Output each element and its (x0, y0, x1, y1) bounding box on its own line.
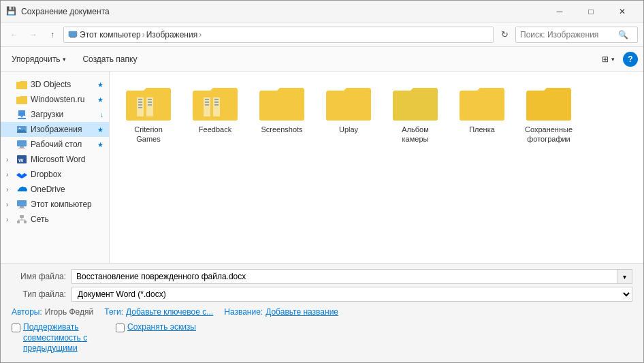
checkbox1[interactable] (12, 323, 20, 332)
folder-saved-photos[interactable]: Сохраненные фотографии (518, 80, 579, 148)
organize-button[interactable]: Упорядочить ▾ (6, 52, 71, 67)
folder-plenka-label: Пленка (469, 125, 495, 134)
checkbox1-label[interactable]: Поддерживать совместимость с предыдущими (23, 322, 105, 354)
folder-uplay[interactable]: Uplay (318, 80, 379, 148)
filetype-label: Тип файла: (12, 289, 66, 299)
search-input[interactable] (520, 30, 615, 40)
sidebar-item-network[interactable]: › Сеть (1, 212, 109, 227)
folder-feedback[interactable]: Feedback (184, 80, 246, 148)
folder-saved-photos-label: Сохраненные фотографии (522, 125, 575, 144)
file-grid: Criterion Games (118, 80, 635, 148)
svg-text:W: W (18, 157, 24, 163)
authors-meta: Авторы: Игорь Федяй (12, 307, 93, 317)
sidebar-label-downloads: Загрузки (31, 110, 63, 119)
view-chevron-icon: ▾ (611, 56, 615, 63)
tags-meta: Теги: Добавьте ключевое с... (104, 307, 213, 317)
svg-rect-27 (205, 101, 209, 103)
new-folder-button[interactable]: Создать папку (77, 52, 142, 67)
folder-screenshots-label: Screenshots (261, 125, 302, 134)
address-bar: ← → ↑ Этот компьютер › Изображения › ↻ 🔍 (1, 22, 643, 47)
search-box[interactable]: 🔍 (515, 27, 638, 43)
bottom-panel: Имя файла: ▾ Тип файла: Документ Word (*… (1, 263, 643, 362)
address-path[interactable]: Этот компьютер › Изображения › (63, 27, 494, 43)
filetype-select[interactable]: Документ Word (*.docx) (71, 287, 632, 302)
sidebar-item-dropbox[interactable]: › Dropbox (1, 167, 109, 182)
title-bar: 💾 Сохранение документа ─ □ ✕ (1, 1, 643, 22)
sidebar-item-images[interactable]: Изображения ★ (1, 122, 109, 137)
folder-album-label: Альбом камеры (389, 125, 442, 144)
path-computer: Этот компьютер (68, 30, 141, 40)
sidebar-item-desktop[interactable]: Рабочий стол ★ (1, 137, 109, 152)
folder-saved-photos-icon (525, 84, 573, 122)
up-button[interactable]: ↑ (44, 27, 61, 43)
folder-screenshots-icon (258, 84, 306, 122)
sidebar-item-onedrive[interactable]: › OneDrive (1, 182, 109, 197)
svg-rect-30 (214, 99, 219, 100)
svg-rect-2 (18, 118, 26, 119)
filetype-row: Тип файла: Документ Word (*.docx) (12, 287, 632, 302)
desktop-icon (16, 140, 28, 149)
window-icon: 💾 (6, 6, 17, 17)
checkbox2-label[interactable]: Сохранять эскизы (127, 322, 196, 333)
title-value[interactable]: Добавьте название (265, 307, 338, 317)
forward-button[interactable]: → (25, 27, 42, 43)
svg-rect-0 (69, 31, 77, 37)
sidebar-item-thispc[interactable]: › Этот компьютер (1, 197, 109, 212)
checkbox2-item: Сохранять эскизы (116, 322, 196, 333)
svg-rect-28 (205, 104, 209, 106)
help-button[interactable]: ? (623, 52, 638, 67)
view-button[interactable]: ⊞ ▾ (599, 53, 617, 65)
main-window: 💾 Сохранение документа ─ □ ✕ ← → ↑ Этот … (0, 0, 644, 363)
folder-plenka[interactable]: Пленка (451, 80, 513, 148)
title-label: Название: (224, 307, 263, 317)
filename-input[interactable] (71, 269, 617, 284)
expand-icon: › (6, 171, 14, 178)
sidebar-item-msword[interactable]: › W Microsoft Word (1, 152, 109, 167)
authors-label: Авторы: (12, 307, 42, 317)
checkbox2[interactable] (116, 323, 125, 332)
svg-rect-22 (148, 99, 152, 100)
filename-label: Имя файла: (12, 272, 66, 281)
refresh-button[interactable]: ↻ (496, 27, 513, 43)
svg-rect-32 (214, 104, 219, 106)
filename-row: Имя файла: ▾ (12, 269, 632, 284)
svg-rect-21 (146, 97, 153, 116)
back-button[interactable]: ← (6, 27, 22, 43)
sidebar-item-3dobjects[interactable]: 3D Objects ★ (1, 77, 109, 92)
sidebar-item-windowsten[interactable]: Windowsten.ru ★ (1, 92, 109, 107)
svg-rect-6 (20, 146, 24, 148)
folder-criterion-label: Criterion Games (122, 125, 175, 144)
pin-icon-downloads: ↓ (100, 111, 103, 119)
filename-dropdown-arrow[interactable]: ▾ (617, 269, 632, 284)
organize-label: Упорядочить (12, 54, 60, 64)
svg-rect-24 (148, 104, 152, 106)
file-area: Criterion Games (110, 72, 643, 263)
expand-icon: › (6, 201, 14, 208)
organize-chevron-icon: ▾ (63, 56, 66, 63)
pin-icon-windowsten: ★ (97, 96, 103, 104)
sidebar-item-downloads[interactable]: Загрузки ↓ (1, 107, 109, 122)
svg-rect-17 (138, 99, 142, 100)
folder-album[interactable]: Альбом камеры (385, 80, 446, 148)
folder-screenshots[interactable]: Screenshots (251, 80, 312, 148)
svg-rect-13 (20, 215, 24, 218)
sidebar-label-3dobjects: 3D Objects (31, 80, 71, 89)
maximize-button[interactable]: □ (575, 1, 607, 22)
toolbar: Упорядочить ▾ Создать папку ⊞ ▾ ? (1, 47, 643, 72)
folder-feedback-icon (191, 84, 239, 122)
authors-value: Игорь Федяй (45, 307, 93, 317)
expand-icon: › (6, 156, 14, 163)
svg-rect-31 (214, 101, 219, 103)
folder-criterion[interactable]: Criterion Games (118, 80, 179, 148)
pin-icon-3dobjects: ★ (97, 81, 103, 89)
computer-icon (16, 200, 28, 209)
checkbox1-item: Поддерживать совместимость с предыдущими (12, 322, 105, 354)
svg-rect-7 (18, 148, 25, 148)
dropbox-icon (16, 170, 28, 179)
sidebar-label-images: Изображения (31, 125, 82, 134)
minimize-button[interactable]: ─ (544, 1, 575, 22)
svg-rect-5 (17, 140, 27, 146)
close-button[interactable]: ✕ (607, 1, 638, 22)
tags-value[interactable]: Добавьте ключевое с... (126, 307, 213, 317)
word-icon: W (16, 155, 28, 164)
